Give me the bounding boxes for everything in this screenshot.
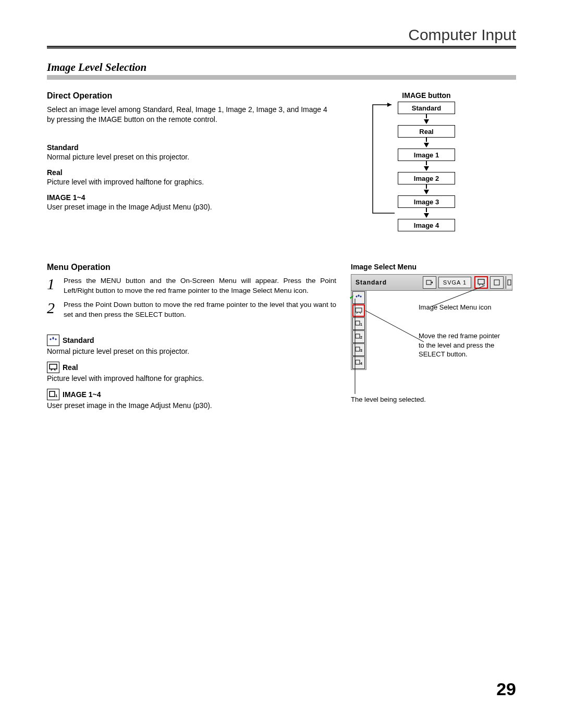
svg-rect-14 [508,280,511,285]
svg-marker-0 [387,103,391,107]
arrow-down-icon [424,213,429,218]
ism-current-label: Standard [351,279,423,286]
svg-rect-21 [356,321,360,325]
svg-marker-17 [360,295,362,298]
mode-def-image14: User preset image in the Image Adjust Me… [47,401,336,410]
term-real: Real [47,168,336,177]
mode-label-standard: Standard [63,336,94,344]
svg-text:2: 2 [360,336,362,339]
side-preset-3-icon: 3 [352,343,365,356]
section-underline [47,75,516,80]
svg-rect-18 [356,308,362,312]
step-text-1: Press the MENU button and the On-Screen … [64,276,336,296]
image-select-menu-diagram: Standard SVGA 1 [351,274,512,370]
svg-marker-15 [356,295,358,298]
image-select-menu-icon [474,276,488,289]
diagram-title: IMAGE button [372,91,481,100]
callout-2: Move the red frame pointer to the level … [419,331,507,359]
svg-marker-2 [52,337,54,340]
screen-icon [47,362,59,373]
page-number: 29 [496,679,516,699]
svg-rect-7 [50,391,55,397]
def-standard: Normal picture level preset on this proj… [47,153,336,161]
page-header-title: Computer Input [47,26,516,44]
svg-text:1: 1 [360,323,362,326]
callout-1: Image Select Menu icon [419,303,491,312]
svg-rect-9 [426,280,431,285]
side-preset-4-icon: 4 [352,356,365,369]
check-icon: ✔ [349,294,354,301]
svg-rect-23 [356,334,360,338]
level-image3-box: Image 3 [398,195,455,208]
svg-rect-13 [494,280,499,285]
direct-operation-heading: Direct Operation [47,91,336,101]
mode-label-image14: IMAGE 1~4 [63,390,101,399]
mode-def-standard: Normal picture level preset on this proj… [47,347,336,355]
level-image4-box: Image 4 [398,219,455,231]
preset1-icon: 1 [47,389,59,400]
arrow-down-icon [424,166,429,171]
svg-marker-16 [358,294,360,297]
svg-rect-27 [356,360,360,364]
level-image1-box: Image 1 [398,149,455,161]
svg-marker-1 [50,338,52,340]
side-preset-1-icon: 1 [352,317,365,330]
side-real-icon [352,304,365,317]
mode-def-real: Picture level with improved halftone for… [47,374,336,382]
arrow-down-icon [424,143,429,147]
arrow-down-icon [424,119,429,124]
input-source-icon [423,276,436,289]
side-preset-2-icon: 2 [352,330,365,343]
def-image14: User preset image in the Image Adjust Me… [47,203,336,211]
image-select-menu-title: Image Select Menu [351,263,512,271]
direct-operation-intro: Select an image level among Standard, Re… [47,105,336,125]
menu-overflow-icon [506,276,512,289]
adjust-menu-icon [490,276,504,289]
svg-rect-10 [478,279,484,284]
ism-svga-label: SVGA 1 [438,277,471,288]
header-rule [47,46,516,48]
level-standard-box: Standard [398,102,455,114]
def-real: Picture level with improved halftone for… [47,178,336,186]
term-standard: Standard [47,143,336,152]
callout-3: The level being selected. [351,395,426,404]
level-image2-box: Image 2 [398,172,455,184]
menu-operation-heading: Menu Operation [47,263,336,272]
mode-label-real: Real [63,363,78,372]
svg-rect-4 [50,364,57,369]
step-text-2: Press the Point Down button to move the … [64,300,336,320]
svg-text:4: 4 [360,362,362,365]
svg-text:1: 1 [55,393,57,398]
step-number-1: 1 [47,276,64,292]
svg-rect-25 [356,347,360,351]
arrow-down-icon [424,190,429,194]
sparkle-icon [47,335,59,346]
step-number-2: 2 [47,300,64,316]
level-real-box: Real [398,125,455,138]
term-image14: IMAGE 1~4 [47,193,336,202]
svg-text:3: 3 [360,349,362,352]
side-standard-icon: ✔ [352,291,365,304]
section-title: Image Level Selection [47,61,516,74]
svg-marker-3 [55,338,57,340]
cycle-return-arrow [369,102,400,216]
